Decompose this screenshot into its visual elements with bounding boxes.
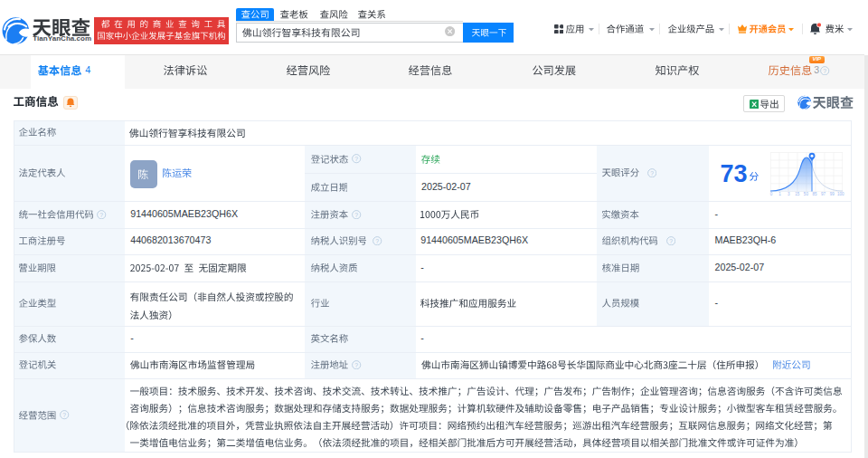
svg-text:?: ? xyxy=(99,211,103,217)
svg-text:?: ? xyxy=(376,238,380,244)
svg-text:?: ? xyxy=(355,211,359,217)
svg-text:?: ? xyxy=(824,68,827,74)
svg-text:?: ? xyxy=(669,238,673,244)
svg-text:?: ? xyxy=(355,362,359,368)
svg-text:?: ? xyxy=(63,412,67,418)
svg-text:?: ? xyxy=(650,169,654,176)
svg-text:?: ? xyxy=(355,156,359,162)
